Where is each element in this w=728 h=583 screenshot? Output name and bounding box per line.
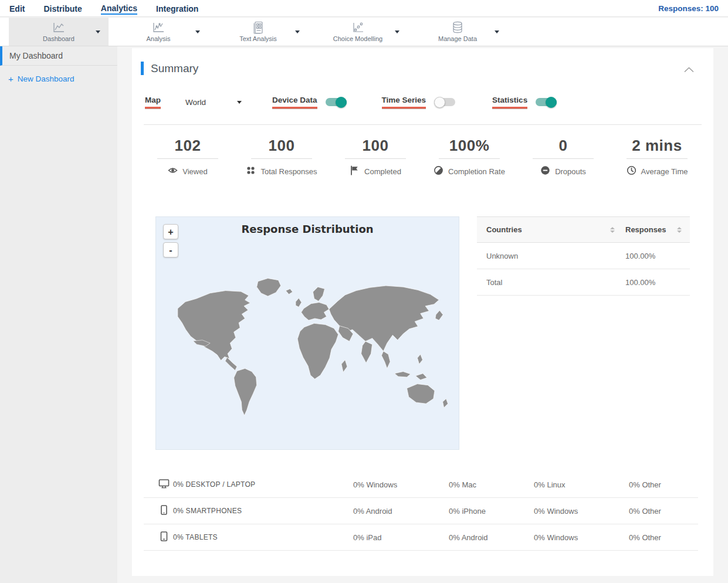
toolbar-item-label: Manage Data bbox=[438, 35, 477, 42]
device-breakdown-table: 0% DESKTOP / LAPTOP 0% Windows 0% Mac 0%… bbox=[144, 472, 698, 551]
stat-label: Average Time bbox=[641, 167, 688, 176]
countries-table-header: Countries Responses bbox=[477, 216, 690, 243]
toolbar-item-label: Choice Modelling bbox=[333, 35, 382, 42]
divider bbox=[251, 158, 312, 159]
toolbar-item-choice-modelling[interactable]: Choice Modelling bbox=[308, 18, 408, 46]
stat-value: 0 bbox=[516, 136, 610, 155]
chevron-down-icon bbox=[237, 101, 242, 104]
sort-icon[interactable] bbox=[610, 227, 615, 233]
divider bbox=[627, 158, 688, 159]
toggle-knob bbox=[336, 97, 347, 108]
summary-card: Summary Map World Device Data Time Serie… bbox=[132, 48, 713, 576]
responses-count[interactable]: Responses: 100 bbox=[658, 4, 719, 13]
chevron-down-icon[interactable] bbox=[395, 30, 399, 33]
response-distribution-map: Response Distribution + - bbox=[155, 216, 459, 450]
toolbar-item-label: Analysis bbox=[147, 35, 171, 42]
toolbar-item-dashboard[interactable]: Dashboard bbox=[9, 18, 109, 46]
contrast-icon bbox=[434, 165, 443, 178]
chevron-down-icon[interactable] bbox=[295, 30, 300, 33]
device-detail: 0% Android bbox=[449, 533, 534, 542]
dashboard-sidebar: My Dashboard + New Dashboard bbox=[0, 46, 117, 583]
device-detail: 0% Other bbox=[629, 507, 698, 516]
clock-icon bbox=[627, 165, 636, 178]
page-title: Summary bbox=[151, 62, 198, 75]
sidebar-item-my-dashboard[interactable]: My Dashboard bbox=[0, 46, 117, 66]
toolbar-item-label: Text Analysis bbox=[239, 35, 277, 42]
device-detail: 0% Windows bbox=[534, 533, 629, 542]
minus-circle-icon bbox=[540, 165, 550, 178]
stat-label: Viewed bbox=[182, 167, 207, 176]
stats-row: 102 Viewed 100 bbox=[141, 136, 704, 178]
responses-column-header[interactable]: Responses bbox=[625, 225, 666, 234]
divider bbox=[144, 124, 702, 125]
stat-value: 102 bbox=[141, 136, 235, 155]
divider bbox=[345, 158, 406, 159]
country-name: Unknown bbox=[486, 252, 625, 260]
sidebar-item-label: My Dashboard bbox=[9, 51, 63, 60]
chevron-up-icon[interactable] bbox=[684, 65, 694, 75]
desktop-icon bbox=[158, 478, 173, 492]
stat-average-time: 2 mins Average Time bbox=[610, 136, 704, 178]
nav-item-distribute[interactable]: Distribute bbox=[43, 3, 82, 13]
nav-item-analytics[interactable]: Analytics bbox=[101, 2, 137, 15]
device-detail: 0% Other bbox=[629, 533, 698, 542]
device-detail: 0% iPhone bbox=[449, 507, 534, 516]
country-responses: 100.00% bbox=[625, 278, 682, 287]
stat-value: 100 bbox=[235, 136, 329, 155]
smartphone-icon bbox=[158, 504, 173, 518]
stat-label: Total Responses bbox=[260, 167, 317, 176]
line-chart-icon bbox=[151, 21, 165, 34]
divider bbox=[533, 158, 594, 159]
stat-label: Completion Rate bbox=[448, 167, 505, 176]
device-detail: 0% iPad bbox=[353, 533, 449, 542]
toggle-knob bbox=[434, 97, 445, 108]
nav-item-integration[interactable]: Integration bbox=[156, 3, 198, 13]
device-label: 0% SMARTPHONES bbox=[173, 507, 353, 515]
document-grid-icon bbox=[251, 21, 265, 34]
world-map[interactable] bbox=[156, 244, 459, 441]
table-row-tablets: 0% TABLETS 0% iPad 0% Android 0% Windows… bbox=[144, 524, 698, 551]
stat-dropouts: 0 Dropouts bbox=[516, 136, 610, 178]
device-detail: 0% Windows bbox=[353, 480, 449, 489]
statistics-label: Statistics bbox=[492, 96, 527, 109]
toolbar-item-label: Dashboard bbox=[43, 35, 75, 42]
countries-column-header[interactable]: Countries bbox=[486, 225, 522, 234]
accent-bar bbox=[141, 62, 144, 75]
toolbar-item-text-analysis[interactable]: Text Analysis bbox=[208, 18, 308, 46]
map-region-select[interactable]: World bbox=[185, 98, 242, 107]
stat-completed: 100 Completed bbox=[329, 136, 422, 178]
eye-icon bbox=[168, 165, 178, 178]
map-zoom-in-button[interactable]: + bbox=[163, 224, 178, 239]
scatter-chart-icon bbox=[351, 21, 365, 34]
countries-table: Countries Responses Unknown 100.00% Tota… bbox=[477, 216, 690, 296]
device-label: 0% DESKTOP / LAPTOP bbox=[173, 480, 353, 489]
new-dashboard-button[interactable]: + New Dashboard bbox=[8, 74, 117, 83]
line-chart-icon bbox=[52, 21, 66, 34]
table-row-smartphones: 0% SMARTPHONES 0% Android 0% iPhone 0% W… bbox=[144, 498, 698, 524]
nav-item-edit[interactable]: Edit bbox=[9, 3, 25, 13]
toolbar-item-analysis[interactable]: Analysis bbox=[109, 18, 208, 46]
sort-icon[interactable] bbox=[677, 227, 682, 233]
map-region-value: World bbox=[185, 98, 206, 107]
time-series-toggle[interactable] bbox=[434, 98, 455, 106]
toolbar-item-manage-data[interactable]: Manage Data bbox=[408, 18, 507, 46]
country-responses: 100.00% bbox=[625, 252, 682, 260]
table-row: Total 100.00% bbox=[477, 269, 690, 296]
table-row-desktop: 0% DESKTOP / LAPTOP 0% Windows 0% Mac 0%… bbox=[144, 472, 698, 498]
stat-label: Dropouts bbox=[555, 167, 586, 176]
map-label: Map bbox=[145, 96, 161, 109]
divider bbox=[157, 158, 218, 159]
device-detail: 0% Mac bbox=[449, 480, 534, 489]
toggle-knob bbox=[546, 97, 557, 108]
chevron-down-icon[interactable] bbox=[96, 30, 100, 33]
device-detail: 0% Android bbox=[353, 507, 449, 516]
chevron-down-icon[interactable] bbox=[195, 30, 200, 33]
stat-completion-rate: 100% Completion Rate bbox=[422, 136, 516, 178]
analytics-toolbar: Dashboard Analysis Text Analysis bbox=[0, 18, 728, 46]
stat-value: 100% bbox=[422, 136, 516, 155]
statistics-toggle[interactable] bbox=[536, 98, 557, 106]
device-data-toggle[interactable] bbox=[326, 98, 347, 106]
top-navigation: Edit Distribute Analytics Integration Re… bbox=[0, 0, 728, 17]
chevron-down-icon[interactable] bbox=[495, 30, 499, 33]
summary-header: Summary bbox=[141, 62, 198, 75]
